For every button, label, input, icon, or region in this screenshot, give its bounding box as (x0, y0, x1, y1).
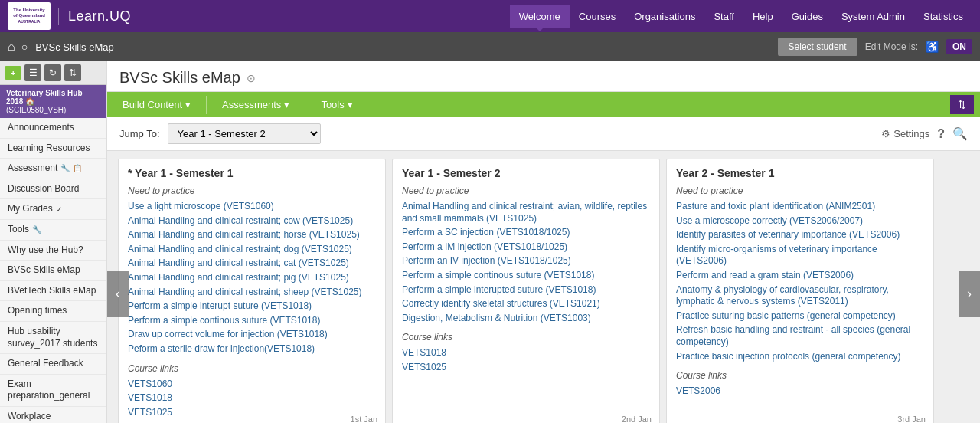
add-content-button[interactable]: + (5, 66, 21, 80)
card-y1s2-link-3[interactable]: Perform an IV injection (VETS1018/1025) (402, 255, 650, 267)
card-y2s1-link-6[interactable]: Practice suturing basic patterns (genera… (676, 310, 924, 323)
sidebar-item-tools[interactable]: Tools 🔧 (0, 220, 106, 241)
card-y2s1-section2: Course links (676, 370, 924, 381)
sidebar-item-bvsc-emap[interactable]: BVSc Skills eMap (0, 261, 106, 281)
sidebar-item-assessment[interactable]: Assessment 🔧 📋 (0, 159, 106, 179)
sidebar-refresh-icon[interactable]: ↻ (44, 64, 61, 81)
card-y1s2-section1: Need to practice (402, 185, 650, 196)
card-y1s2-link-5[interactable]: Perform a simple interupted suture (VETS… (402, 284, 650, 297)
card-y2s1-date: 3rd Jan (897, 415, 926, 423)
help-button[interactable]: ? (937, 127, 945, 141)
settings-button[interactable]: ⚙ Settings (881, 128, 929, 139)
assessments-button[interactable]: Assessments ▾ (213, 95, 299, 114)
card-y1s2-course-0[interactable]: VETS1018 (402, 347, 650, 359)
card-y1s2-link-1[interactable]: Perform a SC injection (VETS1018/1025) (402, 227, 650, 239)
top-navigation: The Universityof QueenslandAUSTRALIA Lea… (0, 0, 980, 32)
nav-help[interactable]: Help (743, 5, 782, 28)
sidebar-toolbar: + ☰ ↻ ⇅ (0, 61, 106, 85)
sidebar-item-my-grades[interactable]: My Grades ✓ (0, 199, 106, 220)
tools-icon: 🔧 (32, 225, 41, 234)
sidebar: + ☰ ↻ ⇅ Veterinary Skills Hub 2018 🏠(SCI… (0, 61, 107, 423)
select-student-button[interactable]: Select student (778, 38, 858, 56)
nav-system-admin[interactable]: System Admin (832, 5, 914, 28)
card-y2s1-link-8[interactable]: Practice basic injection protocols (gene… (676, 351, 924, 363)
card-y1s1-link-8[interactable]: Perform a simple continous suture (VETS1… (128, 315, 376, 327)
sidebar-item-announcements[interactable]: Announcements (0, 118, 106, 139)
card-y1s1-title: * Year 1 - Semester 1 (128, 167, 376, 179)
card-y1s1-link-5[interactable]: Animal Handling and clinical restraint; … (128, 272, 376, 284)
logo-area: The Universityof QueenslandAUSTRALIA Lea… (8, 2, 131, 30)
card-y1s2-course-1[interactable]: VETS1025 (402, 362, 650, 374)
page-title: BVSc Skills eMap (119, 69, 240, 87)
card-y1s2-link-4[interactable]: Perform a simple continous suture (VETS1… (402, 270, 650, 282)
accessibility-icon[interactable]: ♿ (926, 41, 939, 53)
title-info-icon[interactable]: ⊙ (247, 72, 256, 84)
card-y1s1-course-1[interactable]: VETS1018 (128, 392, 376, 405)
card-y1s1-section1: Need to practice (128, 185, 376, 196)
card-y1s1-link-10[interactable]: Peform a sterile draw for injection(VETS… (128, 343, 376, 356)
sidebar-item-general-feedback[interactable]: General Feedback (0, 354, 106, 375)
sidebar-section-title: Veterinary Skills Hub 2018 🏠(SCIE0580_VS… (6, 89, 100, 114)
nav-welcome[interactable]: Welcome (510, 5, 570, 28)
nav-organisations[interactable]: Organisations (625, 5, 704, 28)
card-y1s2-link-7[interactable]: Digestion, Metabolism & Nutrition (VETS1… (402, 313, 650, 325)
sidebar-item-exam-prep[interactable]: Exam preparation_general (0, 375, 106, 407)
toolbar-right: ⇅ (950, 95, 974, 114)
settings-label: Settings (893, 128, 929, 139)
my-grades-icon: ✓ (56, 205, 62, 215)
sidebar-sort-icon[interactable]: ⇅ (64, 64, 81, 81)
card-y1s1-link-1[interactable]: Animal Handling and clinical restraint; … (128, 215, 376, 228)
jump-to-select[interactable]: Year 1 - Semester 1 Year 1 - Semester 2 … (168, 123, 321, 144)
card-y1s2-date: 2nd Jan (622, 415, 652, 423)
globe-icon[interactable]: ○ (21, 41, 28, 53)
tools-button[interactable]: Tools ▾ (312, 95, 361, 114)
card-y1s1-link-7[interactable]: Perform a simple interupt suture (VETS10… (128, 300, 376, 313)
sidebar-item-discussion-board[interactable]: Discussion Board (0, 179, 106, 200)
reorder-button[interactable]: ⇅ (950, 95, 974, 114)
sidebar-item-workplace[interactable]: Workplace (0, 407, 106, 423)
nav-guides[interactable]: Guides (782, 5, 832, 28)
sidebar-section-header[interactable]: Veterinary Skills Hub 2018 🏠(SCIE0580_VS… (0, 85, 106, 118)
edit-mode-area: Edit Mode is: ♿ ON (865, 39, 972, 54)
card-y2s1-link-7[interactable]: Refresh basic handling and restraint - a… (676, 324, 924, 348)
card-y1s1-course-0[interactable]: VETS1060 (128, 379, 376, 391)
card-y1s1-link-9[interactable]: Draw up correct volume for injection (VE… (128, 329, 376, 341)
card-y2s1-link-5[interactable]: Anatomy & physiology of cardiovascular, … (676, 284, 924, 308)
card-y2s1-link-3[interactable]: Identify micro-organisms of veterinary i… (676, 244, 924, 267)
card-y2s1-course-0[interactable]: VETS2006 (676, 385, 924, 398)
card-y1s2-link-6[interactable]: Correctly identify skeletal structures (… (402, 298, 650, 310)
sidebar-item-why-hub[interactable]: Why use the Hub? (0, 241, 106, 261)
card-y1s1-link-3[interactable]: Animal Handling and clinical restraint; … (128, 244, 376, 256)
nav-statistics[interactable]: Statistics (914, 5, 972, 28)
nav-arrow-left[interactable]: ‹ (107, 271, 129, 317)
nav-staff[interactable]: Staff (704, 5, 743, 28)
build-content-label: Build Content (122, 99, 182, 110)
sidebar-item-hub-usability[interactable]: Hub usability survey_2017 students (0, 322, 106, 354)
sidebar-item-bvettech-emap[interactable]: BVetTech Skills eMap (0, 281, 106, 302)
card-y1s2-link-2[interactable]: Perform a IM injection (VETS1018/1025) (402, 241, 650, 254)
assessments-label: Assessments (222, 99, 281, 110)
nav-courses[interactable]: Courses (570, 5, 625, 28)
build-content-button[interactable]: Build Content ▾ (113, 95, 200, 114)
sidebar-item-learning-resources[interactable]: Learning Resources (0, 139, 106, 159)
breadcrumb: BVSc Skills eMap (35, 41, 114, 53)
assessment-label: Assessment (8, 162, 57, 175)
search-button[interactable]: 🔍 (952, 126, 968, 141)
card-y1s2-link-0[interactable]: Animal Handling and clinical restraint; … (402, 201, 650, 225)
page-layout: + ☰ ↻ ⇅ Veterinary Skills Hub 2018 🏠(SCI… (0, 61, 980, 423)
card-y1s1-link-4[interactable]: Animal Handling and clinical restraint; … (128, 257, 376, 270)
card-y2s1-link-0[interactable]: Pasture and toxic plant identification (… (676, 201, 924, 213)
build-content-chevron: ▾ (185, 99, 191, 110)
toolbar-sep-1 (206, 96, 207, 114)
card-y1s1-link-0[interactable]: Use a light microscope (VETS1060) (128, 201, 376, 213)
sidebar-item-opening-times[interactable]: Opening times (0, 301, 106, 322)
card-y2s1-link-2[interactable]: Identify parasites of veterinary importa… (676, 229, 924, 241)
card-y1s1-course-2[interactable]: VETS1025 (128, 407, 376, 419)
card-y1s1-link-2[interactable]: Animal Handling and clinical restraint; … (128, 229, 376, 241)
card-y1s1-link-6[interactable]: Animal Handling and clinical restraint; … (128, 287, 376, 299)
sidebar-manage-icon[interactable]: ☰ (24, 64, 41, 81)
home-icon[interactable]: ⌂ (8, 40, 15, 54)
card-y2s1-link-1[interactable]: Use a microscope correctly (VETS2006/200… (676, 215, 924, 228)
nav-arrow-right[interactable]: › (959, 271, 980, 317)
card-y2s1-link-4[interactable]: Perform and read a gram stain (VETS2006) (676, 270, 924, 282)
